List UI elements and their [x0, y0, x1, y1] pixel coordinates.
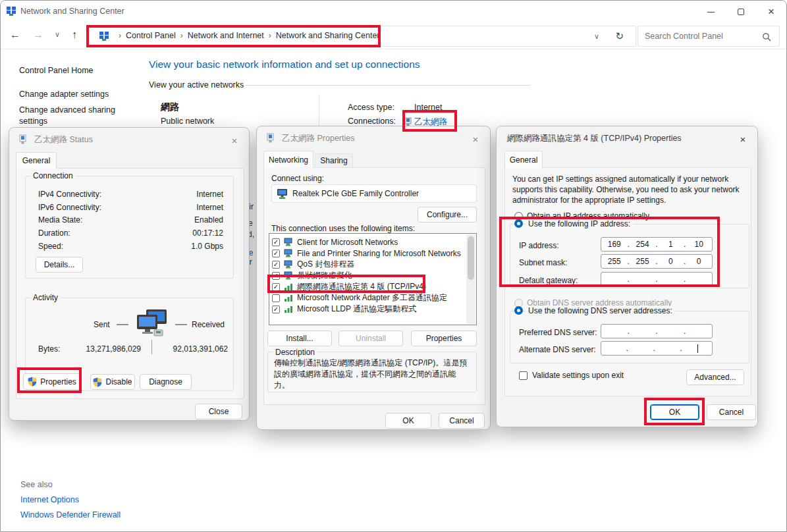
details-button[interactable]: Details...: [36, 257, 83, 273]
close-button[interactable]: ×: [761, 6, 781, 18]
received-dash: [175, 324, 187, 325]
window-title: Network and Sharing Center: [20, 7, 124, 16]
octet-separator: .: [684, 327, 686, 336]
sidebar-item-change-advanced-sharing[interactable]: Change advanced sharing settings: [19, 105, 128, 127]
list-item-label: Client for Microsoft Networks: [297, 238, 398, 247]
recent-pages-chevron-icon[interactable]: ∨: [55, 30, 60, 39]
tab-general[interactable]: General: [16, 152, 57, 169]
list-item[interactable]: ✓ File and Printer Sharing for Microsoft…: [272, 248, 464, 259]
forward-icon[interactable]: →: [33, 29, 43, 41]
search-input[interactable]: [645, 27, 757, 45]
radio-use-following-dns[interactable]: [514, 306, 523, 315]
list-scrollbar[interactable]: [466, 234, 475, 324]
close-icon[interactable]: ×: [736, 132, 749, 146]
sidebar-item-change-adapter-settings[interactable]: Change adapter settings: [19, 90, 109, 99]
client-monitor-icon: [284, 260, 293, 269]
ipv4-connectivity-value: Internet: [9, 190, 223, 199]
network-card-divider: [319, 94, 319, 127]
configure-button[interactable]: Configure...: [418, 207, 477, 223]
bytes-sent-value: 13,271,986,029: [72, 344, 141, 354]
search-icon[interactable]: [762, 32, 771, 41]
bytes-label: Bytes:: [38, 344, 60, 354]
network-sharing-center-window: Network and Sharing Center × ← → ∨ ↑ › C…: [0, 0, 787, 532]
sent-label: Sent: [94, 320, 110, 329]
diagnose-button[interactable]: Diagnose: [140, 374, 192, 390]
maximize-button[interactable]: [731, 6, 751, 18]
install-button[interactable]: Install...: [267, 331, 332, 346]
sidebar-item-control-panel-home[interactable]: Control Panel Home: [19, 66, 94, 75]
ok-button[interactable]: OK: [385, 413, 431, 429]
connection-items-label: This connection uses the following items…: [271, 224, 415, 233]
list-item-label: Microsoft LLDP 通訊協定驅動程式: [297, 304, 416, 315]
activity-group-label: Activity: [30, 293, 61, 302]
annotation-ethernet-link: [402, 110, 457, 132]
annotation-tcpipv4-item: [267, 275, 425, 293]
page-title: View your basic network information and …: [149, 59, 420, 70]
list-item[interactable]: ✓ QoS 封包排程器: [272, 259, 464, 270]
alternate-dns-label: Alternate DNS server:: [519, 345, 596, 354]
close-dialog-button[interactable]: Close: [195, 404, 242, 419]
uac-shield-icon: [93, 377, 102, 387]
item-properties-button[interactable]: Properties: [411, 331, 477, 346]
octet-separator: .: [680, 344, 682, 353]
uninstall-button[interactable]: Uninstall: [339, 331, 403, 346]
cancel-button[interactable]: Cancel: [439, 413, 485, 429]
client-monitor-icon: [284, 238, 293, 246]
search-box: [638, 26, 780, 47]
tab-networking[interactable]: Networking: [263, 151, 313, 168]
close-icon[interactable]: ×: [228, 134, 241, 147]
annotation-breadcrumb: [86, 25, 381, 47]
dialog-title: 網際網路通訊協定第 4 版 (TCP/IPv4) Properties: [507, 133, 682, 144]
alternate-dns-field[interactable]: . . .: [601, 341, 713, 356]
see-also-internet-options[interactable]: Internet Options: [20, 495, 79, 504]
list-item[interactable]: ✓ Microsoft LLDP 通訊協定驅動程式: [272, 304, 464, 315]
cancel-button[interactable]: Cancel: [707, 404, 756, 420]
list-item[interactable]: ✓ Client for Microsoft Networks: [272, 236, 464, 248]
ethernet-plug-icon: [18, 134, 27, 144]
scrollbar-thumb[interactable]: [468, 236, 474, 280]
connection-group-label: Connection: [30, 171, 76, 180]
active-networks-label: View your active networks: [149, 80, 244, 90]
dialog-title: 乙太網路 Status: [34, 134, 93, 146]
description-group-label: Description: [273, 348, 317, 357]
see-also-header: See also: [20, 480, 53, 489]
adapter-name: Realtek PCIe GbE Family Controller: [292, 189, 419, 198]
tab-sharing[interactable]: Sharing: [315, 153, 353, 168]
check-icon: ✓: [273, 261, 279, 268]
back-icon[interactable]: ←: [10, 29, 20, 41]
window-titlebar: Network and Sharing Center: [1, 1, 786, 22]
network-adapter-icon: [277, 188, 288, 200]
checkbox[interactable]: ✓: [272, 294, 280, 302]
validate-settings-checkbox[interactable]: [519, 371, 528, 380]
text-caret: [697, 344, 698, 353]
ipv6-connectivity-value: Internet: [9, 203, 223, 212]
disable-button[interactable]: Disable: [90, 374, 135, 390]
validate-settings-label: Validate settings upon exit: [532, 371, 624, 380]
close-icon: ×: [768, 5, 774, 18]
duration-value: 00:17:12: [9, 228, 223, 238]
checkbox[interactable]: ✓: [272, 250, 280, 257]
up-icon[interactable]: ↑: [72, 29, 77, 41]
minimize-button[interactable]: [701, 6, 720, 18]
description-text: 傳輸控制通訊協定/網際網路通訊協定 (TCP/IP)。這是預設的廣域網路通訊協定…: [274, 358, 470, 391]
address-dropdown-chevron-icon[interactable]: ∨: [594, 32, 599, 41]
checkbox[interactable]: ✓: [272, 261, 280, 269]
tab-general[interactable]: General: [504, 151, 543, 168]
list-item-label: File and Printer Sharing for Microsoft N…: [297, 249, 461, 258]
advanced-button[interactable]: Advanced...: [686, 369, 744, 385]
checkbox[interactable]: ✓: [272, 306, 280, 313]
close-icon[interactable]: ×: [469, 132, 482, 146]
intro-text: You can get IP settings assigned automat…: [512, 174, 744, 205]
preferred-dns-field[interactable]: . . .: [601, 324, 713, 338]
see-also-windows-defender-firewall[interactable]: Windows Defender Firewall: [20, 510, 121, 519]
disable-button-label: Disable: [105, 377, 132, 386]
dialog-title: 乙太網路 Properties: [282, 133, 354, 144]
network-icon: [6, 6, 16, 16]
checkbox[interactable]: ✓: [272, 238, 280, 246]
refresh-icon[interactable]: ↻: [615, 30, 624, 42]
sent-dash: [117, 324, 128, 325]
media-state-value: Enabled: [9, 215, 223, 225]
access-type-label: Access type:: [348, 103, 394, 112]
list-item[interactable]: ✓ Microsoft Network Adapter 多工器通訊協定: [272, 292, 464, 304]
annotation-ok-button: [644, 398, 705, 425]
